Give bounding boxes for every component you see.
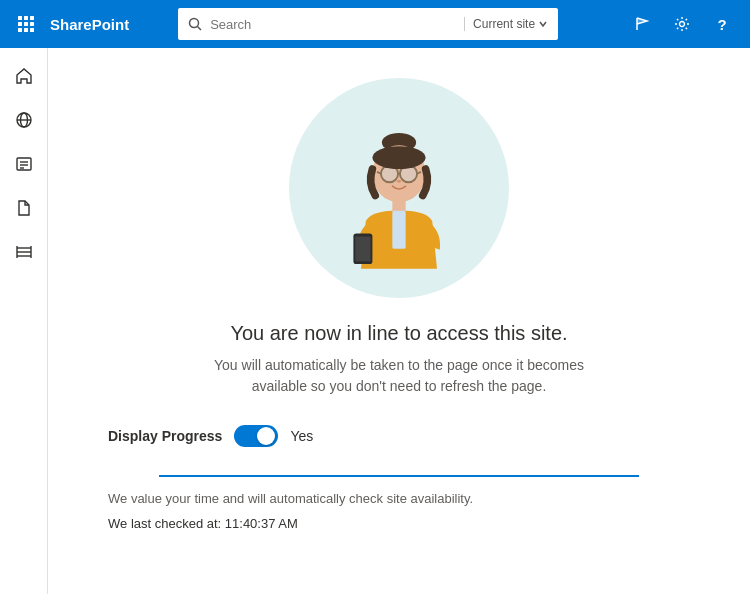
search-icon <box>188 17 202 31</box>
sub-text: You will automatically be taken to the p… <box>189 355 609 397</box>
svg-rect-1 <box>24 16 28 20</box>
top-navigation: SharePoint Current site ? <box>0 0 750 48</box>
search-bar[interactable]: Current site <box>178 8 558 40</box>
progress-divider <box>159 475 639 477</box>
svg-point-39 <box>372 146 425 169</box>
main-content: You are now in line to access this site.… <box>48 48 750 594</box>
svg-rect-0 <box>18 16 22 20</box>
flag-icon[interactable] <box>626 8 658 40</box>
nav-right-icons: ? <box>626 8 738 40</box>
sidebar-item-home[interactable] <box>4 56 44 96</box>
svg-point-38 <box>397 180 401 183</box>
svg-rect-2 <box>30 16 34 20</box>
svg-rect-7 <box>24 28 28 32</box>
last-checked-text: We last checked at: 11:40:37 AM <box>88 516 298 531</box>
app-launcher-icon[interactable] <box>12 10 40 38</box>
svg-point-12 <box>680 22 685 27</box>
sidebar-item-files[interactable] <box>4 188 44 228</box>
illustration <box>289 78 509 298</box>
svg-rect-4 <box>24 22 28 26</box>
svg-rect-34 <box>392 199 405 212</box>
main-layout: You are now in line to access this site.… <box>0 48 750 594</box>
svg-rect-3 <box>18 22 22 26</box>
toggle-state-label: Yes <box>290 428 313 444</box>
progress-label: Display Progress <box>108 428 222 444</box>
sidebar-item-lists[interactable] <box>4 232 44 272</box>
svg-rect-37 <box>355 236 370 261</box>
settings-icon[interactable] <box>666 8 698 40</box>
svg-point-9 <box>190 19 199 28</box>
svg-rect-8 <box>30 28 34 32</box>
app-name: SharePoint <box>50 16 129 33</box>
search-scope[interactable]: Current site <box>464 17 548 31</box>
sidebar <box>0 48 48 594</box>
search-input[interactable] <box>210 17 456 32</box>
svg-rect-6 <box>18 28 22 32</box>
chevron-down-icon <box>538 19 548 29</box>
person-illustration <box>314 93 484 283</box>
svg-rect-5 <box>30 22 34 26</box>
svg-line-10 <box>198 27 202 31</box>
main-heading: You are now in line to access this site. <box>230 322 567 345</box>
help-icon[interactable]: ? <box>706 8 738 40</box>
svg-rect-35 <box>392 211 405 249</box>
display-progress-toggle[interactable] <box>234 425 278 447</box>
sidebar-item-news[interactable] <box>4 144 44 184</box>
status-text: We value your time and will automaticall… <box>88 491 473 506</box>
sidebar-item-sites[interactable] <box>4 100 44 140</box>
toggle-knob <box>257 427 275 445</box>
progress-row: Display Progress Yes <box>88 425 313 447</box>
